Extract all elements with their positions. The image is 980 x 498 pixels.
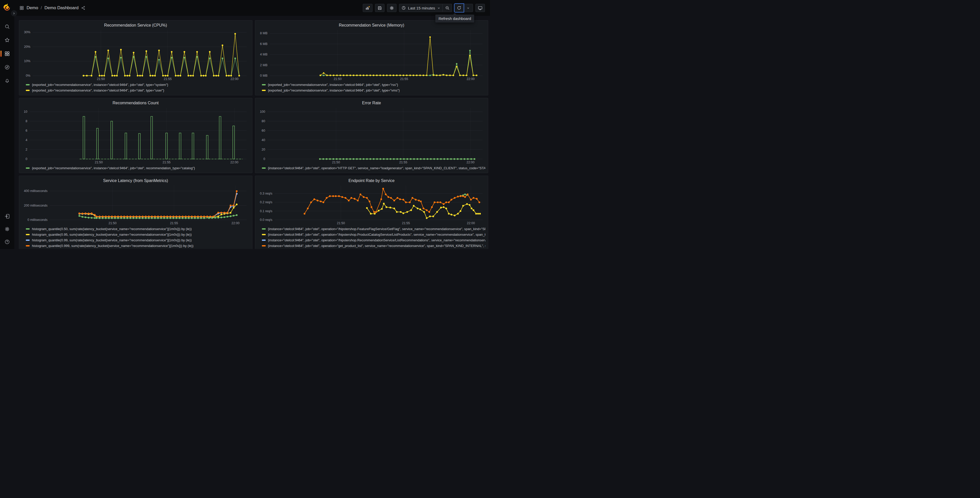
- legend-item[interactable]: {instance="otelcol:9464", job="otel", op…: [262, 226, 486, 231]
- panel-error-rate: Error Rate 21:5021:5522:00020406080100 {…: [255, 98, 488, 173]
- legend-item[interactable]: histogram_quantile(0.95, sum(rate(latenc…: [26, 231, 250, 237]
- legend-item[interactable]: {exported_job="recommendationservice", i…: [26, 165, 250, 171]
- chevron-down-icon: [437, 6, 441, 10]
- dashboards-grid-icon: [4, 51, 10, 56]
- sidebar-item-dashboards[interactable]: [2, 49, 12, 59]
- legend-series-swatch: [26, 234, 30, 235]
- time-series-plot[interactable]: 21:5021:5522:000 MB2 MB4 MB6 MB8 MB: [258, 29, 486, 81]
- gear-icon: [389, 6, 394, 11]
- sidebar-item-search[interactable]: [2, 21, 12, 32]
- grafana-logo[interactable]: [3, 3, 11, 12]
- compass-icon: [4, 64, 10, 70]
- legend-series-label: {instance="otelcol:9464", job="otel", op…: [268, 227, 486, 231]
- legend-item[interactable]: histogram_quantile(0.50, sum(rate(latenc…: [26, 226, 250, 231]
- legend-item[interactable]: {exported_job="recommendationservice", i…: [262, 88, 486, 93]
- svg-text:21:50: 21:50: [333, 77, 341, 81]
- legend-series-label: histogram_quantile(0.999, sum(rate(laten…: [32, 244, 193, 248]
- sidebar-nav: [2, 21, 12, 86]
- gear-icon: [4, 226, 10, 232]
- search-icon: [4, 24, 10, 29]
- top-bar: Demo / Demo Dashboard: [14, 0, 490, 16]
- legend-series-label: {instance="otelcol:9464", job="otel", op…: [268, 238, 486, 242]
- panel-title[interactable]: Recommendations Count: [22, 100, 250, 106]
- legend-series-label: {exported_job="recommendationservice", i…: [32, 83, 168, 87]
- kiosk-mode-button[interactable]: [476, 4, 485, 12]
- svg-text:22:00: 22:00: [231, 221, 239, 225]
- time-range-picker[interactable]: Last 15 minutes: [399, 4, 443, 12]
- legend-item[interactable]: {instance="otelcol:9464", job="otel", op…: [262, 243, 486, 249]
- sidebar-item-help[interactable]: [2, 237, 12, 247]
- svg-text:60: 60: [262, 129, 265, 132]
- zoom-out-time-button[interactable]: [443, 4, 452, 12]
- sidebar-item-configuration[interactable]: [2, 224, 12, 234]
- legend-item[interactable]: histogram_quantile(0.999, sum(rate(laten…: [26, 243, 250, 249]
- add-panel-icon: [365, 5, 370, 11]
- time-series-plot[interactable]: 21:5021:5522:000%10%20%30%: [22, 29, 250, 81]
- legend-series-swatch: [26, 245, 30, 246]
- breadcrumb-page[interactable]: Demo Dashboard: [45, 5, 78, 11]
- svg-text:0.3 req/s: 0.3 req/s: [260, 192, 272, 195]
- time-series-plot[interactable]: 21:5021:5522:000.0 req/s0.1 req/s0.2 req…: [258, 184, 486, 225]
- legend: histogram_quantile(0.50, sum(rate(latenc…: [22, 225, 250, 249]
- svg-text:21:55: 21:55: [162, 161, 170, 164]
- legend-item[interactable]: {exported_job="recommendationservice", i…: [26, 82, 250, 88]
- refresh-dashboard-button[interactable]: [455, 4, 464, 12]
- svg-text:0 milliseconds: 0 milliseconds: [27, 218, 48, 222]
- dashboard-settings-button[interactable]: [387, 4, 396, 12]
- svg-text:4: 4: [25, 138, 27, 142]
- svg-text:0 MB: 0 MB: [260, 74, 267, 77]
- share-dashboard-button[interactable]: [81, 6, 86, 10]
- legend: {instance="otelcol:9464", job="otel", op…: [258, 225, 486, 249]
- dashboard-toolbar: Last 15 minutes: [363, 4, 485, 12]
- svg-text:0: 0: [25, 157, 27, 161]
- svg-text:0.0 req/s: 0.0 req/s: [260, 218, 272, 222]
- time-series-plot[interactable]: 21:5021:5522:00020406080100: [258, 106, 486, 164]
- svg-text:21:55: 21:55: [399, 161, 407, 164]
- panel-title[interactable]: Recommendation Service (CPU%): [22, 22, 250, 29]
- legend-series-swatch: [26, 228, 30, 230]
- legend-series-swatch: [262, 228, 266, 230]
- panel-recommendation-service-cpu: Recommendation Service (CPU%) 21:5021:55…: [19, 20, 252, 95]
- legend-series-label: histogram_quantile(0.50, sum(rate(latenc…: [32, 227, 192, 231]
- breadcrumb-section[interactable]: Demo: [27, 5, 38, 11]
- sidebar-item-sign-in[interactable]: [2, 211, 12, 221]
- sidebar-item-alerting[interactable]: [2, 76, 12, 86]
- breadcrumb: Demo / Demo Dashboard: [19, 5, 86, 11]
- legend-item[interactable]: {exported_job="recommendationservice", i…: [262, 82, 486, 88]
- panel-title[interactable]: Recommendation Service (Memory): [258, 22, 486, 29]
- svg-text:2 MB: 2 MB: [260, 64, 267, 67]
- refresh-interval-dropdown[interactable]: [464, 4, 473, 12]
- panel-endpoint-rate-by-service: Endpoint Rate by Service 21:5021:5522:00…: [255, 176, 488, 249]
- sign-in-icon: [4, 214, 10, 219]
- add-panel-button[interactable]: [363, 4, 372, 12]
- legend: {exported_job="recommendationservice", i…: [22, 81, 250, 93]
- legend-series-swatch: [26, 168, 30, 169]
- svg-text:22:00: 22:00: [231, 77, 239, 81]
- legend-series-label: histogram_quantile(0.95, sum(rate(latenc…: [32, 233, 192, 236]
- legend-item[interactable]: {instance="otelcol:9464", job="otel", op…: [262, 237, 486, 243]
- legend-item[interactable]: {instance="otelcol:9464", job="otel", op…: [262, 231, 486, 237]
- svg-text:21:55: 21:55: [400, 77, 408, 81]
- svg-text:22:00: 22:00: [466, 77, 474, 81]
- time-series-plot[interactable]: 21:5021:5522:000246810: [22, 106, 250, 164]
- sidebar-expand-button[interactable]: [11, 10, 17, 16]
- panel-title[interactable]: Error Rate: [258, 100, 486, 106]
- time-series-plot[interactable]: 21:5021:5522:000 milliseconds200 millise…: [22, 184, 250, 225]
- legend-series-swatch: [262, 239, 266, 241]
- grafana-app: Demo / Demo Dashboard: [0, 0, 490, 249]
- svg-text:8 MB: 8 MB: [260, 32, 267, 35]
- legend-item[interactable]: {instance="otelcol:9464", job="otel", op…: [262, 165, 486, 171]
- svg-text:2: 2: [25, 148, 27, 152]
- panel-title[interactable]: Service Latency (from SpanMetrics): [22, 177, 250, 184]
- panel-title[interactable]: Endpoint Rate by Service: [258, 177, 486, 184]
- svg-text:22:00: 22:00: [231, 161, 239, 164]
- legend-item[interactable]: histogram_quantile(0.99, sum(rate(latenc…: [26, 237, 250, 243]
- panel-recommendation-service-memory: Recommendation Service (Memory) 21:5021:…: [255, 20, 488, 95]
- sidebar-item-starred[interactable]: [2, 35, 12, 45]
- star-icon: [4, 37, 10, 43]
- sidebar-item-explore[interactable]: [2, 62, 12, 72]
- legend-series-swatch: [262, 245, 266, 246]
- save-dashboard-button[interactable]: [375, 4, 385, 12]
- legend-series-swatch: [262, 90, 266, 91]
- legend-item[interactable]: {exported_job="recommendationservice", i…: [26, 88, 250, 93]
